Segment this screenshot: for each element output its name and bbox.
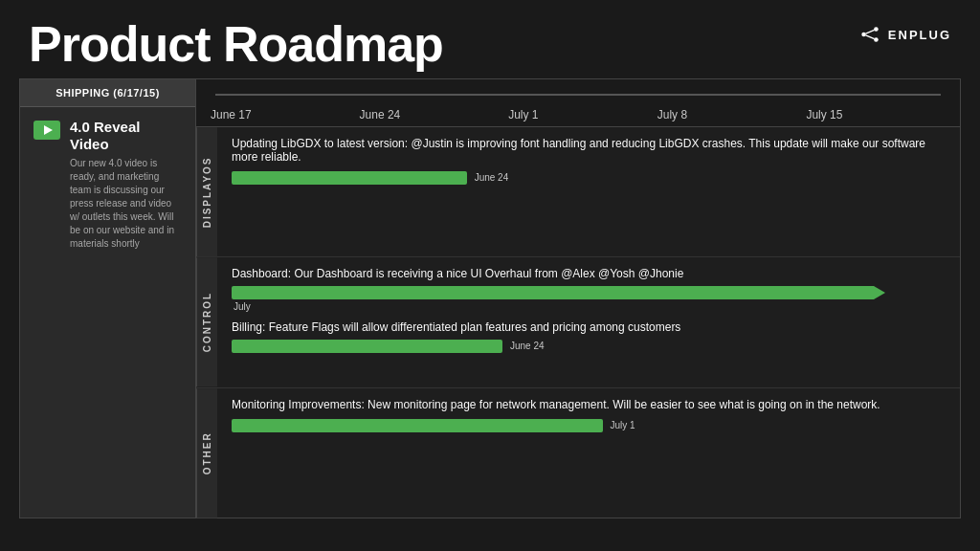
timeline-label-july8: July 8 <box>653 108 802 121</box>
timeline-label-june24: June 24 <box>355 108 504 121</box>
sidebar-item-title: 4.0 Reveal Video <box>70 119 182 153</box>
task-other-monitoring: Monitoring Improvements: New monitoring … <box>232 398 946 436</box>
task-title-billing: Billing: Feature Flags will allow differ… <box>232 320 946 334</box>
task-title-monitoring: Monitoring Improvements: New monitoring … <box>232 398 946 411</box>
row-label-displayos: DISPLAYOS <box>196 127 217 256</box>
sidebar-item-content: 4.0 Reveal Video Our new 4.0 video is re… <box>70 119 182 251</box>
svg-line-3 <box>865 30 874 33</box>
row-content-displayos: Updating LibGDX to latest version: @Just… <box>217 127 960 256</box>
task-bar-billing <box>232 340 502 353</box>
task-displayos-1: Updating LibGDX to latest version: @Just… <box>232 137 946 188</box>
sidebar-header: SHIPPING (6/17/15) <box>20 79 195 107</box>
task-bar-displayos <box>232 171 467 185</box>
task-bar-monitoring <box>232 419 603 432</box>
row-label-other: OTHER <box>196 388 217 518</box>
task-date-dashboard: July <box>234 301 251 312</box>
timeline-label-july1: July 1 <box>503 108 653 121</box>
sidebar: SHIPPING (6/17/15) 4.0 Reveal Video Our … <box>19 78 196 518</box>
task-control-billing: Billing: Feature Flags will allow differ… <box>232 320 946 357</box>
task-date-monitoring: July 1 <box>610 420 635 430</box>
row-content-other: Monitoring Improvements: New monitoring … <box>217 388 960 518</box>
play-icon <box>33 121 60 140</box>
task-date-billing: June 24 <box>510 341 545 351</box>
sidebar-item: 4.0 Reveal Video Our new 4.0 video is re… <box>20 107 195 262</box>
header: Product Roadmap ENPLUG <box>0 0 980 78</box>
main-content: SHIPPING (6/17/15) 4.0 Reveal Video Our … <box>19 78 961 518</box>
timeline-label-july15: July 15 <box>801 108 950 121</box>
row-content-control: Dashboard: Our Dashboard is receiving a … <box>217 257 960 386</box>
task-title-bold: Billing: <box>232 320 265 334</box>
sidebar-item-desc: Our new 4.0 video is ready, and marketin… <box>70 157 182 251</box>
timeline-header: June 17 June 24 July 1 July 8 July 15 <box>196 79 960 127</box>
gantt-rows: DISPLAYOS Updating LibGDX to latest vers… <box>196 127 960 518</box>
task-bar-container-displayos: June 24 <box>232 169 946 188</box>
timeline-label-june17: June 17 <box>206 108 355 121</box>
play-triangle-shape <box>44 125 53 135</box>
gantt-area: June 17 June 24 July 1 July 8 July 15 DI… <box>196 78 961 518</box>
logo-text: ENPLUG <box>888 28 951 42</box>
gantt-row-displayos: DISPLAYOS Updating LibGDX to latest vers… <box>196 127 960 257</box>
task-title-bold: Dashboard: <box>232 267 291 280</box>
task-title-normal: Our Dashboard is receiving a nice UI Ove… <box>294 267 683 280</box>
svg-point-2 <box>874 37 879 42</box>
task-title-normal: New monitoring page for network manageme… <box>368 398 880 411</box>
timeline-labels: June 17 June 24 July 1 July 8 July 15 <box>196 84 960 121</box>
row-label-control: CONTROL <box>196 257 217 386</box>
svg-point-1 <box>874 27 879 32</box>
task-date-displayos: June 24 <box>475 172 509 183</box>
gantt-row-other: OTHER Monitoring Improvements: New monit… <box>196 388 960 518</box>
task-title-bold: Updating LibGDX to latest version: <box>232 137 408 150</box>
task-title-displayos-1: Updating LibGDX to latest version: @Just… <box>232 137 946 164</box>
svg-point-0 <box>861 33 866 37</box>
logo-area: ENPLUG <box>859 19 951 45</box>
task-title-normal: Feature Flags will allow differentiated … <box>269 320 681 334</box>
gantt-row-control: CONTROL Dashboard: Our Dashboard is rece… <box>196 257 960 387</box>
task-bar-dashboard <box>232 286 874 299</box>
page-title: Product Roadmap <box>29 19 443 69</box>
task-title-bold: Monitoring Improvements: <box>232 398 365 411</box>
svg-line-4 <box>865 35 874 39</box>
task-title-dashboard: Dashboard: Our Dashboard is receiving a … <box>232 267 946 280</box>
task-control-dashboard: Dashboard: Our Dashboard is receiving a … <box>232 267 946 303</box>
arrow-head-dashboard <box>874 286 885 299</box>
timeline-bar <box>215 94 941 96</box>
enplug-logo-icon <box>859 24 880 45</box>
